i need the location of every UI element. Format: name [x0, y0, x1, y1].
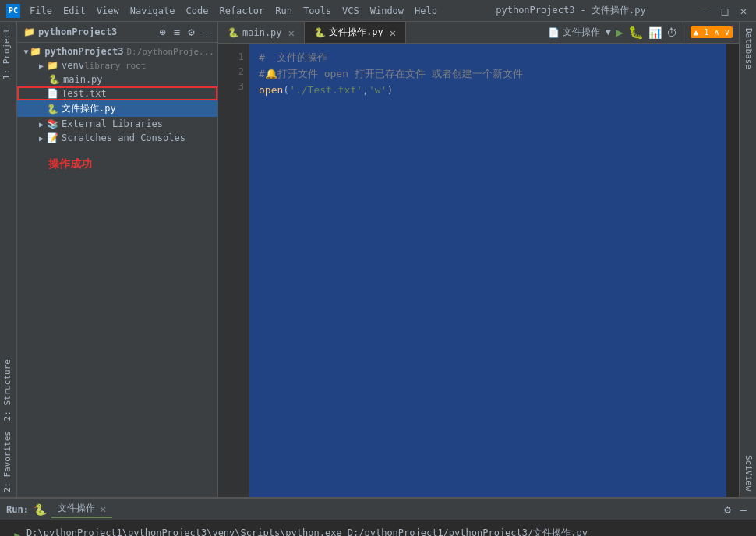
extlibs-arrow: ▶ — [36, 120, 47, 129]
run-settings-btn[interactable]: ⚙ — [721, 503, 733, 517]
run-tab-label: 文件操作 — [58, 502, 95, 515]
menu-view[interactable]: View — [92, 4, 124, 18]
tree-root[interactable]: ▼ 📁 pythonProject3 D:/pythonProje... — [17, 44, 217, 58]
warning-badge: ▲ 1 ∧ ∨ — [691, 26, 733, 38]
extlibs-label: External Libraries — [62, 118, 163, 129]
tree-item-wenjian[interactable]: 🐍 文件操作.py — [17, 100, 217, 117]
wenjian-label: 文件操作.py — [62, 102, 116, 115]
tree-item-mainpy[interactable]: 🐍 main.py — [17, 72, 217, 86]
tab-mainpy[interactable]: 🐍 main.py ✕ — [218, 22, 305, 43]
comma: , — [362, 84, 369, 96]
warning-indicator[interactable]: ▲ 1 ∧ ∨ — [684, 22, 739, 43]
code-line-1: # 文件的操作 — [259, 50, 717, 66]
editor-gutter — [726, 44, 739, 497]
menu-run[interactable]: Run — [270, 4, 297, 18]
tree-item-testtxt[interactable]: 📄 Test.txt — [17, 86, 217, 100]
line-num-1: 1 — [218, 50, 244, 65]
tab-mainpy-label: main.py — [242, 27, 282, 38]
tree-item-venv[interactable]: ▶ 📁 venv library root — [17, 58, 217, 72]
sidebar-tab-favorites[interactable]: 2: Favorites — [0, 426, 16, 497]
editor-area: 🐍 main.py ✕ 🐍 文件操作.py ✕ 📄 文件操作 ▼ ▶ — [218, 22, 739, 497]
root-path: D:/pythonProje... — [126, 47, 214, 57]
menu-file[interactable]: File — [25, 4, 57, 18]
sidebar-tab-structure[interactable]: 2: Structure — [0, 354, 16, 425]
paren-open: ( — [283, 84, 289, 96]
root-folder-icon: 📁 — [30, 46, 41, 57]
tab-mainpy-close[interactable]: ✕ — [288, 26, 295, 39]
tab-wenjian[interactable]: 🐍 文件操作.py ✕ — [305, 22, 406, 43]
tab-wenjian-label: 文件操作.py — [329, 26, 383, 39]
close-button[interactable]: ✕ — [737, 5, 750, 17]
code-line-2: #🔔打开文件 open 打开已存在文件 或者创建一个新文件 — [259, 66, 717, 83]
left-sidebar: 1: Project 2: Structure 2: Favorites — [0, 22, 17, 497]
run-play-btn[interactable]: ▶ — [14, 528, 22, 536]
maximize-button[interactable]: □ — [719, 5, 731, 17]
run-file-icon: 📄 — [548, 27, 560, 38]
menu-help[interactable]: Help — [410, 4, 442, 18]
menu-navigate[interactable]: Navigate — [125, 4, 180, 18]
code-area[interactable]: # 文件的操作 #🔔打开文件 open 打开已存在文件 或者创建一个新文件 op… — [249, 44, 726, 497]
list-icon[interactable]: ≡ — [171, 25, 182, 39]
menu-edit[interactable]: Edit — [58, 4, 90, 18]
main-layout: 1: Project 2: Structure 2: Favorites 📁 p… — [0, 22, 756, 497]
pc-app-icon: PC — [6, 4, 20, 18]
string-path: './Test.txt' — [289, 84, 362, 96]
testtxt-label: Test.txt — [62, 88, 107, 99]
menu-tools[interactable]: Tools — [299, 4, 336, 18]
run-path: D:\pythonProject1\pythonProject3\venv\Sc… — [26, 525, 747, 536]
testtxt-icon: 📄 — [47, 88, 58, 99]
coverage-button[interactable]: 📊 — [648, 26, 662, 39]
run-content-area: ▶ ↓ ↑ ↵ ≡ 🖨 ■ D:\pythonProject1\pythonPr… — [9, 525, 747, 536]
project-panel-header: 📁 pythonProject3 ⊕ ≡ ⚙ — — [17, 22, 217, 43]
menu-bar: File Edit View Navigate Code Refactor Ru… — [25, 4, 442, 18]
profile-button[interactable]: ⏱ — [666, 26, 677, 39]
tree-item-scratches[interactable]: ▶ 📝 Scratches and Consoles — [17, 131, 217, 145]
editor-run-toolbar: 📄 文件操作 ▼ ▶ 🐛 📊 ⏱ — [542, 22, 684, 43]
scratches-icon: 📝 — [47, 132, 58, 143]
run-tab[interactable]: 文件操作 ✕ — [51, 500, 112, 518]
folder-icon: 📁 — [23, 26, 35, 37]
right-tab-database[interactable]: Database — [740, 22, 756, 76]
venv-suffix: library root — [84, 61, 146, 71]
mainpy-icon: 🐍 — [48, 74, 60, 85]
menu-code[interactable]: Code — [182, 4, 214, 18]
run-tab-icon: 🐍 — [34, 503, 47, 516]
venv-arrow: ▶ — [36, 62, 47, 70]
venv-label: venv — [62, 60, 84, 71]
run-left-controls: ▶ ↓ ↑ ↵ ≡ 🖨 ■ — [9, 525, 26, 536]
title-bar-left: PC File Edit View Navigate Code Refactor… — [6, 4, 442, 18]
menu-window[interactable]: Window — [366, 4, 408, 18]
root-label: pythonProject3 — [44, 46, 123, 57]
run-green-button[interactable]: ▶ — [616, 25, 624, 40]
content-area: 📁 pythonProject3 ⊕ ≡ ⚙ — ▼ 📁 pythonProje… — [17, 22, 739, 497]
scratches-arrow: ▶ — [36, 134, 47, 143]
hide-icon[interactable]: — — [200, 25, 211, 39]
window-title: pythonProject3 - 文件操作.py — [442, 4, 700, 17]
success-message: 操作成功 — [17, 145, 217, 184]
tab-wenjian-close[interactable]: ✕ — [390, 26, 396, 39]
venv-folder-icon: 📁 — [47, 60, 58, 71]
menu-refactor[interactable]: Refactor — [214, 4, 269, 18]
settings-icon[interactable]: ⚙ — [185, 25, 196, 39]
add-icon[interactable]: ⊕ — [157, 25, 168, 39]
string-mode: 'w' — [369, 84, 387, 96]
menu-vcs[interactable]: VCS — [337, 4, 364, 18]
sidebar-tab-project[interactable]: 1: Project — [0, 22, 16, 86]
run-hide-btn[interactable]: — — [737, 503, 750, 517]
debug-button[interactable]: 🐛 — [628, 25, 644, 40]
run-panel: Run: 🐍 文件操作 ✕ ⚙ — ▶ ↓ ↑ ↵ ≡ 🖨 ■ D:\pytho… — [0, 497, 756, 536]
project-panel: 📁 pythonProject3 ⊕ ≡ ⚙ — ▼ 📁 pythonProje… — [17, 22, 218, 497]
toolbar-run-dropdown[interactable]: 📄 文件操作 ▼ — [548, 26, 611, 39]
right-sidebar-spacer — [740, 76, 756, 449]
line-num-3: 3 — [218, 79, 244, 94]
run-tab-close[interactable]: ✕ — [100, 503, 106, 515]
tab-wenjian-icon: 🐍 — [314, 27, 326, 38]
minimize-button[interactable]: — — [700, 5, 712, 17]
right-tab-sciview[interactable]: SciView — [740, 449, 756, 497]
run-controls: ⚙ — — [721, 503, 750, 517]
tree-item-ext-libs[interactable]: ▶ 📚 External Libraries — [17, 117, 217, 131]
builtin-open: open — [259, 84, 283, 96]
run-content: ▶ ↓ ↑ ↵ ≡ 🖨 ■ D:\pythonProject1\pythonPr… — [0, 520, 756, 536]
mainpy-label: main.py — [63, 74, 103, 85]
title-bar: PC File Edit View Navigate Code Refactor… — [0, 0, 756, 22]
